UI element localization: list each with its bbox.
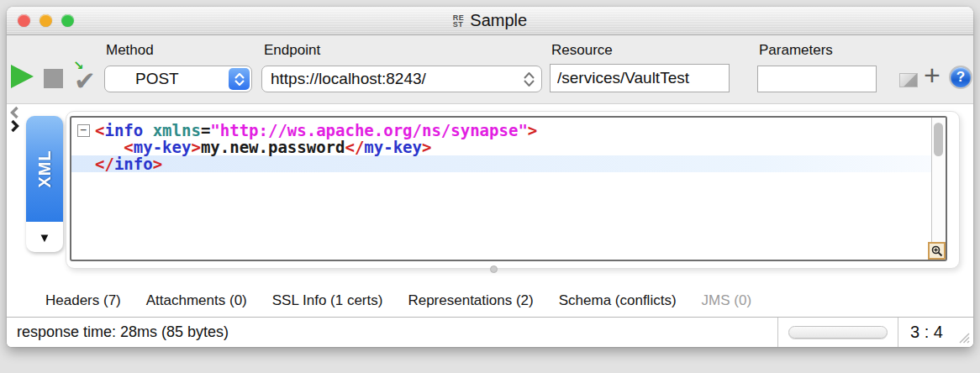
request-response-ratio: 3 : 4 xyxy=(898,323,955,342)
endpoint-value: https://localhost:8243/ xyxy=(262,70,426,88)
tab-jms[interactable]: JMS (0) xyxy=(702,292,752,309)
close-window-button[interactable] xyxy=(18,14,30,27)
method-label: Method xyxy=(106,42,154,59)
app-window: RE ST Sample ✔ ↘ Method POST Endpoint ht… xyxy=(7,7,973,347)
xml-tab-label: XML xyxy=(35,150,55,187)
code-line[interactable]: </info> xyxy=(71,155,931,172)
filter-parameters-icon[interactable] xyxy=(899,73,918,87)
zoom-window-button[interactable] xyxy=(61,14,74,27)
endpoint-stepper-icon[interactable] xyxy=(521,66,536,92)
response-time-status: response time: 28ms (85 bytes) xyxy=(7,323,229,341)
status-bar: response time: 28ms (85 bytes) 3 : 4 xyxy=(7,317,973,347)
stop-request-icon[interactable] xyxy=(44,69,63,88)
method-value: POST xyxy=(105,70,179,88)
help-icon[interactable]: ? xyxy=(949,66,972,89)
code-line[interactable]: <my-key>my.new.password</my-key> xyxy=(71,139,931,155)
splitter-handle[interactable] xyxy=(490,265,498,273)
minimize-window-button[interactable] xyxy=(40,14,52,27)
xml-tab[interactable]: XML xyxy=(26,116,63,222)
main-content: XML ▼ − <info xmlns="http://ws.apache.or… xyxy=(7,104,973,347)
tab-schema[interactable]: Schema (conflicts) xyxy=(559,292,677,309)
resource-input[interactable] xyxy=(550,64,730,92)
tab-ssl[interactable]: SSL Info (1 certs) xyxy=(272,292,383,309)
scrollbar-thumb[interactable] xyxy=(934,123,943,156)
chevron-right-icon[interactable] xyxy=(8,119,21,133)
request-toolbar: ✔ ↘ Method POST Endpoint https://localho… xyxy=(7,35,973,104)
code-area[interactable]: <info xmlns="http://ws.apache.org/ns/syn… xyxy=(71,118,931,260)
window-controls xyxy=(18,14,74,27)
splitter-collapse-controls xyxy=(8,106,21,133)
xml-editor: − <info xmlns="http://ws.apache.org/ns/s… xyxy=(70,116,947,261)
arrow-down-right-icon: ↘ xyxy=(73,58,84,73)
request-body-panel: − <info xmlns="http://ws.apache.org/ns/s… xyxy=(66,111,960,269)
resize-grip[interactable] xyxy=(955,318,973,347)
tab-representations[interactable]: Representations (2) xyxy=(408,292,533,309)
progress-bar xyxy=(788,326,888,339)
bottom-tabs: Headers (7)Attachments (0)SSL Info (1 ce… xyxy=(7,285,973,317)
endpoint-combobox[interactable]: https://localhost:8243/ xyxy=(261,66,542,92)
title-bar: RE ST Sample xyxy=(7,7,973,35)
tab-attachments[interactable]: Attachments (0) xyxy=(146,292,247,309)
method-select[interactable]: POST xyxy=(104,66,252,92)
tab-headers[interactable]: Headers (7) xyxy=(45,292,121,309)
chevron-left-icon[interactable] xyxy=(8,106,21,119)
resource-label: Resource xyxy=(551,42,613,59)
rest-icon-line2: ST xyxy=(453,21,465,28)
endpoint-label: Endpoint xyxy=(264,42,320,59)
run-request-icon[interactable] xyxy=(11,65,34,88)
rest-app-icon: RE ST xyxy=(453,14,465,28)
body-type-tab-xml[interactable]: XML ▼ xyxy=(26,116,63,252)
title-group: RE ST Sample xyxy=(453,11,527,30)
add-parameter-icon[interactable]: + xyxy=(924,60,940,89)
status-right-group: 3 : 4 xyxy=(777,318,973,347)
parameters-input[interactable] xyxy=(757,66,877,92)
progress-wrap xyxy=(778,326,898,339)
body-menu-arrow-icon[interactable]: ▼ xyxy=(26,222,63,252)
method-stepper-icon[interactable] xyxy=(229,68,250,90)
code-fold-toggle-icon[interactable]: − xyxy=(77,124,90,137)
validate-request-icon[interactable]: ✔ ↘ xyxy=(72,59,103,92)
code-line[interactable]: <info xmlns="http://ws.apache.org/ns/syn… xyxy=(71,122,931,139)
parameters-label: Parameters xyxy=(759,42,833,59)
magnify-editor-icon[interactable] xyxy=(928,242,946,260)
editor-scrollbar[interactable] xyxy=(931,118,946,260)
window-title: Sample xyxy=(470,11,527,30)
